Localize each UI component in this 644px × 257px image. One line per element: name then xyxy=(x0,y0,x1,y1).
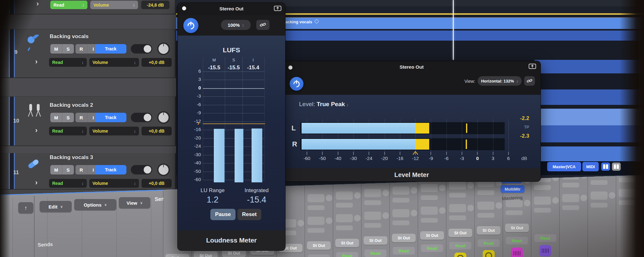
view-menu-button[interactable]: View∨ xyxy=(119,197,150,208)
pause-button[interactable]: Pause xyxy=(210,209,236,220)
plugin-slot[interactable] xyxy=(308,205,325,210)
send-knob[interactable] xyxy=(326,195,332,201)
window-titlebar[interactable]: Stereo Out xyxy=(178,3,285,15)
plugin-slot[interactable] xyxy=(619,200,636,205)
automation-read-button[interactable]: Read xyxy=(336,252,358,257)
plugin-slot[interactable] xyxy=(591,191,608,200)
send-knob[interactable] xyxy=(354,192,361,199)
open-as-window-icon[interactable] xyxy=(274,6,281,12)
automation-value[interactable]: +0,0 dB xyxy=(142,58,172,67)
disclosure-icon[interactable]: › xyxy=(36,1,39,7)
region-band[interactable] xyxy=(535,89,644,105)
automation-mode-button[interactable]: Read ↕ xyxy=(49,58,87,67)
pan-knob[interactable] xyxy=(157,43,170,55)
plugin-slot[interactable] xyxy=(308,217,325,225)
master-vca-button[interactable]: Master|VCA xyxy=(547,162,581,171)
window-titlebar[interactable]: Stereo Out View: Horizontal: 132% ↕ xyxy=(283,61,541,95)
track-header-11[interactable]: 11 Backing vocals 3 M S R I Track › Read… xyxy=(0,153,176,194)
plugin-slot[interactable] xyxy=(591,180,608,185)
plugin-slot[interactable] xyxy=(421,195,438,200)
plugin-slot[interactable] xyxy=(619,178,636,182)
view-mode-icon[interactable] xyxy=(601,163,610,171)
plugin-slot[interactable] xyxy=(336,226,353,230)
mute-button[interactable]: M xyxy=(50,44,62,54)
on-off-toggle[interactable] xyxy=(131,113,152,122)
automation-read-button[interactable]: Read xyxy=(364,249,386,257)
plugin-slot[interactable] xyxy=(364,200,381,205)
disclosure-icon[interactable]: › xyxy=(35,127,37,134)
region-band[interactable] xyxy=(535,125,644,142)
send-knob[interactable] xyxy=(439,185,446,191)
solo-button[interactable]: S xyxy=(62,44,74,54)
plugin-slot[interactable] xyxy=(477,202,494,210)
plugin-slot[interactable] xyxy=(421,207,438,215)
view-mode-icon-2[interactable] xyxy=(612,163,621,171)
track-on-button[interactable]: Track xyxy=(95,165,126,174)
track-on-button[interactable]: Track xyxy=(95,44,126,54)
output-button[interactable]: St Out xyxy=(448,229,472,237)
automation-mode-button[interactable]: Read ↕ xyxy=(49,179,87,188)
disclosure-icon[interactable]: › xyxy=(35,59,37,65)
plugin-slot[interactable] xyxy=(449,181,466,190)
solo-button[interactable]: S xyxy=(62,113,74,122)
plugin-slot[interactable] xyxy=(477,213,494,218)
track-header-10[interactable]: 10 Backing vocals 2 M S R I Track › Read… xyxy=(0,100,176,141)
plugin-slot[interactable] xyxy=(421,184,438,192)
output-button[interactable]: St Out xyxy=(364,236,387,245)
output-button[interactable]: St Out xyxy=(392,234,416,242)
on-off-toggle[interactable] xyxy=(131,165,152,174)
plugin-slot[interactable] xyxy=(506,210,523,215)
output-button[interactable]: St Out xyxy=(477,226,501,235)
plugin-slot[interactable] xyxy=(562,183,579,187)
output-button[interactable]: St Out xyxy=(420,231,444,240)
power-button[interactable] xyxy=(183,18,198,33)
plugin-slot[interactable] xyxy=(364,212,381,220)
pan-knob[interactable] xyxy=(157,163,170,176)
automation-read-button[interactable]: Read xyxy=(308,254,330,257)
send-knob[interactable] xyxy=(524,200,530,206)
plugin-slot[interactable] xyxy=(336,191,353,200)
send-knob[interactable] xyxy=(552,174,559,181)
region-band[interactable] xyxy=(535,146,644,161)
send-knob[interactable] xyxy=(354,215,361,221)
plugin-slot[interactable] xyxy=(308,228,325,233)
send-knob[interactable] xyxy=(411,210,417,216)
send-knob[interactable] xyxy=(609,192,615,199)
on-off-toggle[interactable] xyxy=(131,44,152,54)
send-knob[interactable] xyxy=(411,187,417,194)
plugin-slot[interactable] xyxy=(392,186,409,195)
plugin-slot[interactable] xyxy=(336,203,353,208)
plugin-slot[interactable] xyxy=(392,209,409,217)
automation-read-button[interactable]: Read xyxy=(393,247,415,254)
disclosure-icon[interactable]: › xyxy=(35,180,37,186)
send-knob[interactable] xyxy=(382,190,389,196)
output-button[interactable]: St Out xyxy=(307,241,331,250)
automation-value[interactable]: +0,0 dB xyxy=(142,127,172,135)
record-button[interactable]: R xyxy=(75,165,87,174)
output-button[interactable]: St Out xyxy=(505,224,529,232)
midi-button[interactable]: MIDI xyxy=(582,162,599,171)
plugin-slot[interactable] xyxy=(421,218,438,223)
power-button[interactable] xyxy=(290,77,303,91)
automation-param-button[interactable]: Volume ↕ xyxy=(89,127,139,135)
plugin-slot[interactable] xyxy=(364,223,381,228)
navigate-up-button[interactable]: ↑ xyxy=(18,202,33,214)
zoom-dropdown[interactable]: 100% ↕ xyxy=(221,20,251,30)
send-knob[interactable] xyxy=(467,205,474,211)
track-on-button[interactable]: Track xyxy=(95,113,126,122)
plugin-slot[interactable] xyxy=(392,220,409,225)
plugin-slot[interactable] xyxy=(534,185,551,190)
automation-read-button[interactable]: Read xyxy=(534,234,556,242)
output-button[interactable]: St Out xyxy=(165,254,189,257)
send-knob[interactable] xyxy=(552,197,559,204)
send-knob[interactable] xyxy=(580,195,587,201)
automation-read-button[interactable]: Read xyxy=(478,239,500,247)
send-knob[interactable] xyxy=(467,182,474,189)
automation-param-button[interactable]: Volume ↕ xyxy=(90,1,138,9)
reset-button[interactable]: Reset xyxy=(237,209,261,220)
plugin-slot[interactable] xyxy=(308,194,325,202)
plugin-slot[interactable] xyxy=(392,198,409,203)
plugin-slot[interactable] xyxy=(534,208,551,213)
send-knob[interactable] xyxy=(439,207,446,214)
view-dropdown[interactable]: Horizontal: 132% ↕ xyxy=(478,76,522,86)
